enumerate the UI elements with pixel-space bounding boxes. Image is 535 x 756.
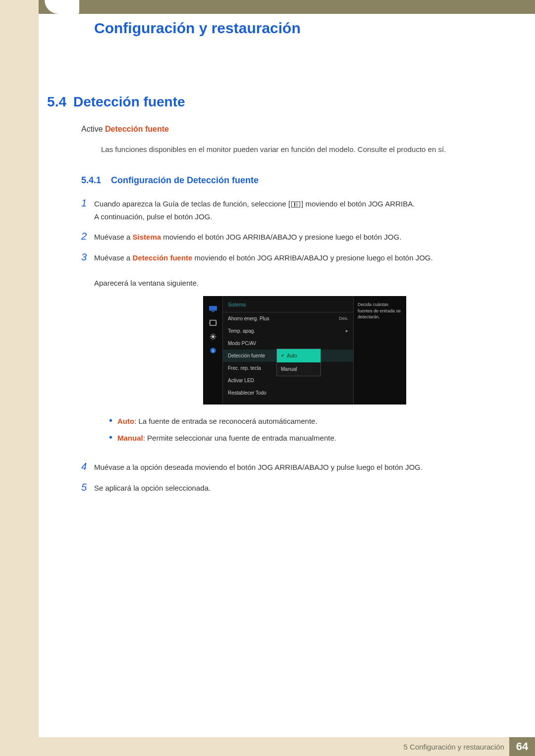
bullet-text: : Permite seleccionar una fuente de entr…: [143, 434, 336, 442]
bullet-highlight: Manual: [117, 434, 143, 442]
resize-icon: [209, 319, 217, 326]
intro-highlight: Detección fuente: [105, 125, 169, 133]
step-highlight: Sistema: [133, 233, 161, 241]
step-4: 4 Muévase a la opción deseada moviendo e…: [81, 461, 515, 474]
subsection-heading: 5.4.1 Configuración de Detección fuente: [81, 175, 515, 186]
monitor-icon: [209, 305, 217, 312]
bullet-dot-icon: •: [109, 432, 112, 444]
osd-popup: ✔Auto Manual: [276, 349, 321, 376]
bullet-text: : La fuente de entrada se reconocerá aut…: [134, 417, 317, 425]
svg-point-3: [212, 335, 214, 338]
svg-line-11: [214, 335, 215, 335]
svg-rect-1: [212, 311, 214, 312]
bullet-manual: • Manual: Permite seleccionar una fuente…: [109, 432, 515, 444]
step-number: 5: [81, 482, 94, 495]
step-text-part: moviendo el botón JOG ARRIBA/ABAJO y pre…: [161, 233, 401, 241]
osd-row-selected: Detección fuente ✔Auto Manual: [223, 350, 353, 362]
section-title: Detección fuente: [73, 94, 185, 110]
osd-sidebar: i: [204, 297, 222, 404]
left-margin-bar: [0, 0, 39, 756]
info-icon: i: [209, 347, 217, 354]
svg-line-8: [211, 335, 212, 335]
menu-button-icon: [291, 202, 300, 207]
osd-row-label: Restablecer Todo: [228, 389, 267, 397]
step-text-part: A continuación, pulse el botón JOG.: [94, 212, 212, 221]
subsection-title: Configuración de Detección fuente: [111, 175, 259, 186]
svg-line-9: [214, 338, 215, 339]
osd-option-label: Manual: [281, 365, 297, 373]
page-content: 5.4 Detección fuente Active Detección fu…: [39, 94, 515, 502]
intro-line: Active Detección fuente: [81, 125, 515, 134]
step-text: Muévase a Detección fuente moviendo el b…: [94, 252, 515, 454]
section-number: 5.4: [39, 94, 73, 110]
osd-popup-option: Manual: [277, 362, 321, 376]
step-text-part: Aparecerá la ventana siguiente.: [94, 279, 199, 287]
footer-chapter-label: 5 Configuración y restauración: [404, 743, 504, 751]
chapter-title: Configuración y restauración: [94, 20, 301, 37]
osd-row: Modo PC/AV: [223, 337, 353, 350]
osd-row-label: Frec. rep. tecla: [228, 364, 261, 372]
intro-prefix: Active: [81, 125, 105, 133]
osd-row-value: ▸: [346, 327, 348, 335]
step-text-part: ] moviendo el botón JOG ARRIBA.: [301, 200, 415, 208]
osd-row: Ahorro energ. PlusDes.: [223, 312, 353, 325]
step-text-part: moviendo el botón JOG ARRIBA/ABAJO y pre…: [192, 253, 432, 262]
osd-row-label: Detección fuente: [228, 352, 265, 360]
step-text: Cuando aparezca la Guía de teclas de fun…: [94, 198, 515, 223]
osd-popup-option-active: ✔Auto: [277, 349, 321, 362]
step-number: 1: [81, 198, 94, 223]
step-number: 3: [81, 252, 94, 454]
osd-row-label: Modo PC/AV: [228, 339, 256, 348]
gear-icon: [209, 333, 217, 340]
page-footer: 5 Configuración y restauración 64: [39, 737, 535, 756]
svg-rect-0: [209, 306, 217, 311]
step-text-part: Muévase a: [94, 253, 133, 262]
bullet-auto: • Auto: La fuente de entrada se reconoce…: [109, 415, 515, 427]
step-text-part: Muévase a: [94, 233, 133, 241]
step-text: Muévase a Sistema moviendo el botón JOG …: [94, 231, 515, 244]
osd-help-panel: Decida cuántas fuentes de entrada se det…: [354, 297, 406, 404]
steps-list: 1 Cuando aparezca la Guía de teclas de f…: [81, 198, 515, 494]
option-bullets: • Auto: La fuente de entrada se reconoce…: [109, 415, 515, 444]
osd-row: Temp. apag.▸: [223, 325, 353, 337]
step-text-part: Cuando aparezca la Guía de teclas de fun…: [94, 200, 290, 208]
check-icon: ✔: [281, 352, 285, 359]
osd-row-value: Des.: [339, 315, 348, 322]
step-1: 1 Cuando aparezca la Guía de teclas de f…: [81, 198, 515, 223]
svg-line-10: [211, 338, 212, 339]
step-text: Muévase a la opción deseada moviendo el …: [94, 461, 515, 474]
step-5: 5 Se aplicará la opción seleccionada.: [81, 482, 515, 495]
osd-option-label: Auto: [287, 352, 297, 360]
section-heading: 5.4 Detección fuente: [39, 94, 515, 110]
step-2: 2 Muévase a Sistema moviendo el botón JO…: [81, 231, 515, 244]
footer-page-number: 64: [509, 737, 535, 756]
osd-main-panel: Sistema Ahorro energ. PlusDes. Temp. apa…: [222, 297, 354, 404]
top-header-bar: [39, 0, 535, 14]
osd-row-label: Ahorro energ. Plus: [228, 314, 269, 323]
step-number: 4: [81, 461, 94, 474]
osd-row: Restablecer Todo: [223, 387, 353, 399]
model-note: Las funciones disponibles en el monitor …: [101, 144, 515, 155]
osd-panel-title: Sistema: [223, 300, 353, 312]
step-number: 2: [81, 231, 94, 244]
subsection-number: 5.4.1: [81, 175, 111, 186]
bullet-highlight: Auto: [117, 417, 134, 425]
svg-text:i: i: [213, 349, 214, 353]
osd-row-label: Temp. apag.: [228, 327, 255, 335]
step-highlight: Detección fuente: [133, 253, 193, 262]
bullet-dot-icon: •: [109, 415, 112, 427]
svg-rect-2: [210, 320, 216, 326]
step-text: Se aplicará la opción seleccionada.: [94, 482, 515, 495]
step-3: 3 Muévase a Detección fuente moviendo el…: [81, 252, 515, 454]
osd-menu-illustration: i Sistema Ahorro energ. PlusDes. Temp. a…: [203, 296, 406, 404]
osd-row-label: Activar LED: [228, 376, 254, 385]
